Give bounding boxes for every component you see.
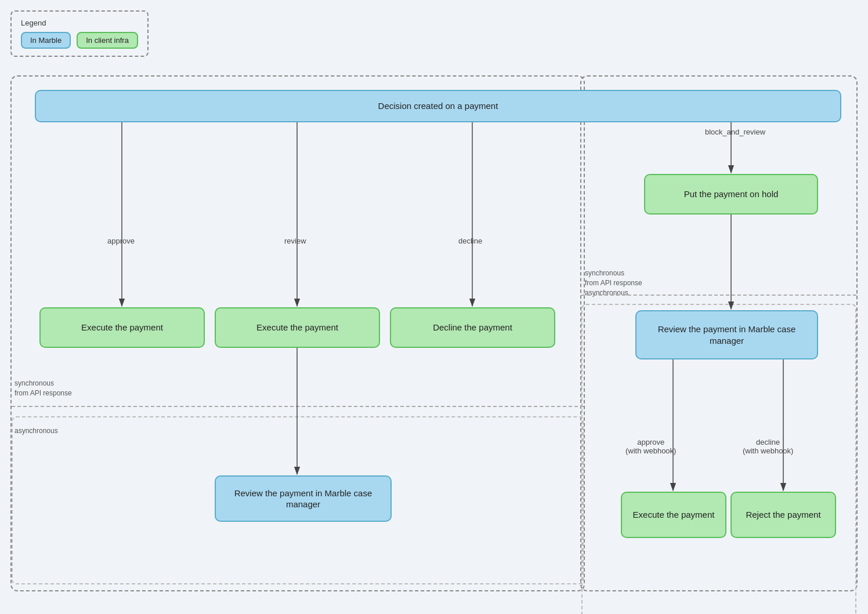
node-decline: Decline the payment [390, 307, 555, 348]
node-execute-review: Execute the payment [215, 307, 380, 348]
legend-item-client: In client infra [77, 32, 138, 49]
legend-title: Legend [21, 19, 138, 27]
label-sync-left: synchronous from API response [15, 369, 72, 398]
node-decision: Decision created on a payment [35, 90, 841, 122]
label-block-review: block_and_review [705, 128, 765, 136]
label-approve: approve [107, 237, 135, 245]
legend-item-marble: In Marble [21, 32, 71, 49]
node-hold: Put the payment on hold [644, 174, 818, 215]
label-decline: decline [458, 237, 482, 245]
async-box-right [581, 304, 856, 614]
node-execute-approve: Execute the payment [39, 307, 205, 348]
diagram-container: Legend In Marble In client infra Decisio… [0, 0, 868, 614]
divider-left [12, 406, 584, 407]
label-sync-right: synchronous from API response [585, 259, 642, 288]
legend-items: In Marble In client infra [21, 32, 138, 49]
divider-right [581, 295, 856, 296]
legend-box: Legend In Marble In client infra [10, 10, 149, 57]
async-box-left [12, 416, 584, 584]
label-review: review [284, 237, 306, 245]
